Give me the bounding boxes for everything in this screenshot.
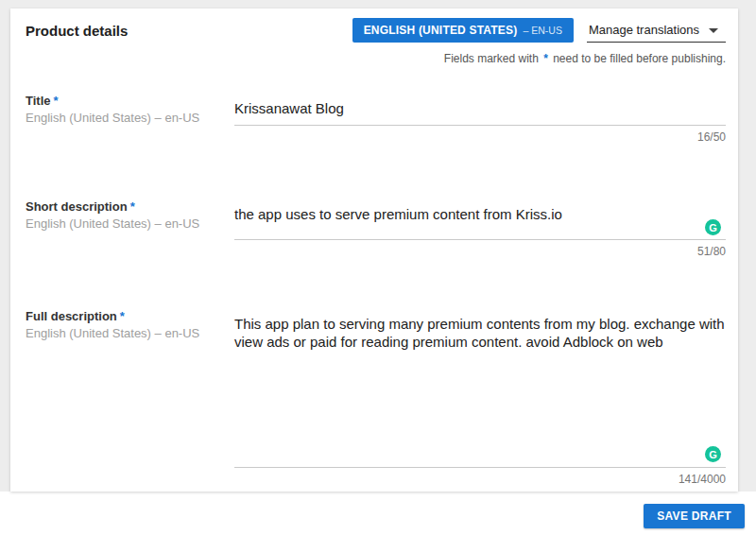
title-required-asterisk: * [51,94,59,108]
required-asterisk: * [541,52,550,65]
grammarly-icon[interactable]: G [705,219,721,235]
full-description-input-column: This app plan to serving many premium co… [234,309,726,486]
short-description-required-asterisk: * [128,199,135,214]
language-tab-code: – EN-US [523,25,561,36]
product-details-card: Product details ENGLISH (UNITED STATES) … [10,9,738,492]
language-tab-en-us[interactable]: ENGLISH (UNITED STATES) – EN-US [352,18,574,43]
title-field-row: Title* English (United States) – en-US K… [26,94,726,144]
manage-translations-dropdown[interactable]: Manage translations [587,18,726,43]
short-description-field-label: Short description* [26,199,234,214]
short-description-input-column: the app uses to serve premium content fr… [234,199,726,258]
full-description-field-row: Full description* English (United States… [26,309,726,486]
full-description-field-label: Full description* [26,309,234,323]
full-description-char-counter: 141/4000 [234,473,726,486]
short-description-field-row: Short description* English (United State… [26,199,726,258]
title-field-label: Title* [26,94,234,108]
full-description-field-labels: Full description* English (United States… [26,309,234,340]
short-description-field-labels: Short description* English (United State… [26,199,234,231]
full-description-textarea[interactable]: This app plan to serving many premium co… [234,309,726,468]
full-description-field-locale: English (United States) – en-US [26,326,234,340]
full-description-label-text: Full description [26,309,117,323]
full-description-required-asterisk: * [117,309,125,323]
note-suffix: need to be filled before publishing. [553,52,726,65]
title-input-column: Krissanawat Blog 16/50 [234,94,726,144]
short-description-input[interactable]: the app uses to serve premium content fr… [234,199,726,240]
title-label-text: Title [26,94,51,108]
short-description-field-locale: English (United States) – en-US [26,216,234,231]
save-draft-button[interactable]: SAVE DRAFT [644,504,745,528]
page-title: Product details [26,18,128,39]
full-description-input-value: This app plan to serving many premium co… [234,315,726,351]
title-char-counter: 16/50 [234,130,726,144]
title-input[interactable]: Krissanawat Blog [234,94,726,126]
title-field-locale: English (United States) – en-US [26,111,234,125]
short-description-label-text: Short description [26,199,128,214]
card-header: Product details ENGLISH (UNITED STATES) … [26,18,726,43]
short-description-char-counter: 51/80 [234,245,726,258]
note-prefix: Fields marked with [444,52,539,65]
header-actions: ENGLISH (UNITED STATES) – EN-US Manage t… [352,18,726,43]
language-tab-label: ENGLISH (UNITED STATES) [364,24,518,37]
grammarly-icon[interactable]: G [705,446,721,462]
chevron-down-icon [709,28,718,33]
required-fields-note: Fields marked with * need to be filled b… [26,52,726,65]
manage-translations-label: Manage translations [589,23,699,37]
title-input-value: Krissanawat Blog [234,99,726,117]
short-description-input-value: the app uses to serve premium content fr… [234,205,726,223]
title-field-labels: Title* English (United States) – en-US [26,94,234,125]
